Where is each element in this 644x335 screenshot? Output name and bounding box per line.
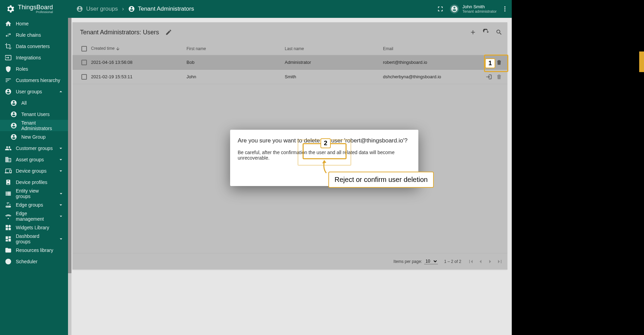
schedule-icon bbox=[5, 258, 12, 265]
sidebar: Home Rule chains Data converters Integra… bbox=[0, 18, 68, 335]
svg-point-2 bbox=[504, 10, 505, 11]
more-vert-icon[interactable] bbox=[501, 5, 508, 12]
sidebar-item-device-profiles[interactable]: Device profiles bbox=[0, 176, 68, 188]
folder-icon bbox=[5, 247, 12, 254]
sidebar-item-user-groups[interactable]: User groups bbox=[0, 86, 68, 97]
chevron-down-icon bbox=[58, 202, 64, 208]
breadcrumb-current: Tenant Administrators bbox=[128, 5, 194, 13]
sidebar-item-tenant-users[interactable]: Tenant Users bbox=[0, 108, 68, 120]
sidebar-item-asset-groups[interactable]: Asset groups bbox=[0, 154, 68, 165]
breadcrumb-separator: › bbox=[122, 5, 124, 12]
sort-icon bbox=[5, 77, 12, 84]
sidebar-item-dashboard-groups[interactable]: Dashboard groups bbox=[0, 233, 68, 244]
current-user[interactable]: John Smith Tenant administrator bbox=[450, 4, 497, 13]
sidebar-item-entity-view-groups[interactable]: Entity view groups bbox=[0, 188, 68, 199]
chevron-down-icon bbox=[58, 168, 64, 174]
home-icon bbox=[5, 20, 12, 27]
chevron-down-icon bbox=[58, 190, 64, 197]
account-circle-icon bbox=[10, 100, 17, 106]
svg-point-0 bbox=[504, 7, 505, 8]
account-circle-icon bbox=[76, 5, 83, 12]
account-circle-icon bbox=[128, 5, 135, 12]
dialog-body: Be careful, after the confirmation the u… bbox=[238, 150, 411, 161]
user-name: John Smith bbox=[462, 4, 497, 9]
chevron-up-icon bbox=[58, 89, 64, 95]
sidebar-item-scheduler[interactable]: Scheduler bbox=[0, 256, 68, 267]
chevron-down-icon bbox=[58, 213, 64, 219]
breadcrumb-parent[interactable]: User groups bbox=[76, 5, 118, 13]
wifi-icon bbox=[5, 213, 12, 220]
sidebar-item-customers-hierarchy[interactable]: Customers hierarchy bbox=[0, 74, 68, 86]
view-icon bbox=[5, 190, 12, 197]
gear-icon bbox=[5, 4, 15, 14]
brand-subtitle: Professional bbox=[18, 10, 53, 14]
sidebar-item-edge-management[interactable]: Edge management bbox=[0, 210, 68, 222]
sidebar-item-integrations[interactable]: Integrations bbox=[0, 52, 68, 63]
annotation-step-1: 1 bbox=[485, 58, 495, 68]
shield-icon bbox=[5, 66, 12, 72]
account-circle-icon bbox=[10, 111, 17, 118]
annotation-callout: Reject or confirm user deletion bbox=[328, 172, 434, 188]
sidebar-item-resources-library[interactable]: Resources library bbox=[0, 244, 68, 256]
sidebar-item-new-group[interactable]: New Group bbox=[0, 131, 68, 142]
chevron-down-icon bbox=[58, 145, 64, 151]
sidebar-item-widgets-library[interactable]: Widgets Library bbox=[0, 222, 68, 233]
widgets-icon bbox=[5, 224, 12, 231]
brand-logo: ThingsBoard Professional bbox=[0, 4, 68, 14]
domain-icon bbox=[5, 156, 12, 163]
sidebar-item-edge-groups[interactable]: Edge groups bbox=[0, 199, 68, 210]
sidebar-item-customer-groups[interactable]: Customer groups bbox=[0, 142, 68, 154]
sidebar-item-roles[interactable]: Roles bbox=[0, 63, 68, 74]
chevron-down-icon bbox=[58, 236, 64, 242]
supervisor-icon bbox=[5, 145, 12, 152]
devices-icon bbox=[5, 168, 12, 174]
breadcrumb: User groups › Tenant Administrators bbox=[76, 5, 194, 13]
svg-point-1 bbox=[504, 8, 505, 9]
account-circle-icon bbox=[5, 88, 12, 95]
sidebar-item-tenant-administrators[interactable]: Tenant Administrators bbox=[0, 120, 68, 131]
annotation-step-2: 2 bbox=[320, 138, 331, 148]
avatar bbox=[450, 4, 459, 13]
sidebar-item-device-groups[interactable]: Device groups bbox=[0, 165, 68, 176]
sidebar-item-all[interactable]: All bbox=[0, 97, 68, 108]
router-icon bbox=[5, 201, 12, 208]
account-circle-icon bbox=[10, 122, 17, 129]
fullscreen-icon[interactable] bbox=[437, 5, 444, 12]
account-circle-icon bbox=[451, 5, 458, 13]
sidebar-item-rule-chains[interactable]: Rule chains bbox=[0, 29, 68, 41]
sidebar-item-data-converters[interactable]: Data converters bbox=[0, 41, 68, 52]
sidebar-item-home[interactable]: Home bbox=[0, 18, 68, 29]
account-circle-icon bbox=[10, 134, 17, 140]
brand-title: ThingsBoard bbox=[18, 4, 53, 10]
edge-highlight bbox=[639, 51, 644, 72]
badge-icon bbox=[5, 179, 12, 186]
user-role: Tenant administrator bbox=[462, 9, 497, 13]
crop-icon bbox=[5, 43, 12, 50]
swap-icon bbox=[5, 32, 12, 38]
chevron-down-icon bbox=[58, 157, 64, 163]
dashboard-icon bbox=[5, 235, 12, 242]
input-icon bbox=[5, 54, 12, 61]
